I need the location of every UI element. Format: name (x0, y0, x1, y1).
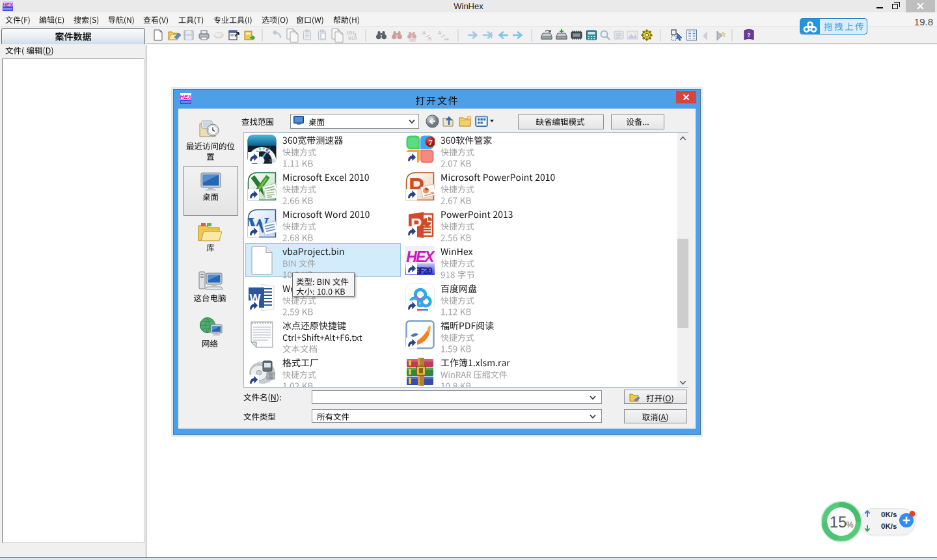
svg-text:A: A (438, 30, 442, 36)
svg-text:360: 360 (269, 159, 275, 163)
svg-text:101: 101 (346, 31, 355, 36)
svg-text:15: 15 (830, 513, 847, 531)
svg-text:HEX: HEX (180, 94, 191, 100)
svg-text:%: % (846, 520, 853, 529)
svg-text:HEX: HEX (406, 248, 435, 265)
svg-text:HEX: HEX (409, 38, 416, 42)
svg-text:?: ? (747, 32, 751, 38)
svg-text:HE: HE (444, 37, 449, 41)
svg-text:B: B (428, 36, 431, 42)
svg-text:7: 7 (428, 138, 432, 147)
svg-text:HEX: HEX (3, 2, 13, 8)
svg-text:A: A (422, 30, 426, 36)
svg-text:0K/s: 0K/s (881, 511, 897, 518)
svg-text:0K/s: 0K/s (881, 522, 897, 530)
